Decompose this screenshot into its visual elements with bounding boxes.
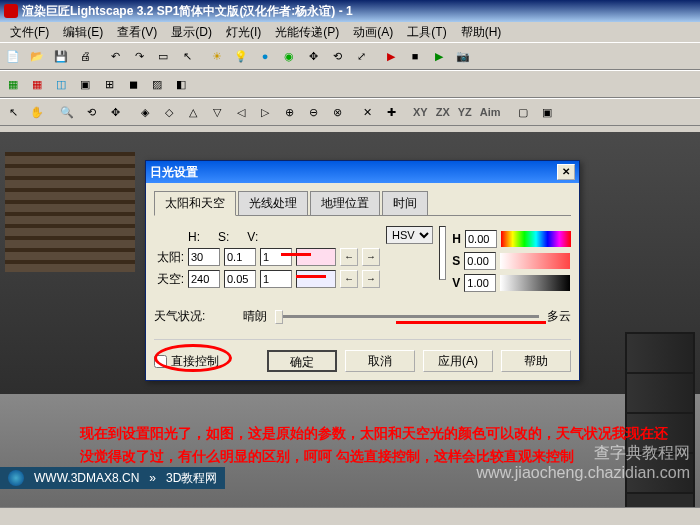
sun-left-button[interactable]: ←	[340, 248, 358, 266]
block-icon[interactable]: ▣	[74, 73, 96, 95]
texture-icon[interactable]: ▨	[146, 73, 168, 95]
dialog-titlebar[interactable]: 日光设置 ✕	[146, 161, 579, 183]
print-icon[interactable]: 🖨	[74, 45, 96, 67]
menu-radiosity[interactable]: 光能传递(P)	[269, 22, 345, 43]
dialog-title: 日光设置	[150, 164, 557, 181]
redo-icon[interactable]: ↷	[128, 45, 150, 67]
sun-v-input[interactable]	[260, 248, 292, 266]
ok-button[interactable]: 确定	[267, 350, 337, 372]
menu-file[interactable]: 文件(F)	[4, 22, 55, 43]
camera-icon[interactable]: 📷	[452, 45, 474, 67]
direct-control-input[interactable]	[154, 355, 167, 368]
sky-color-swatch[interactable]	[296, 270, 336, 288]
tool-a-icon[interactable]: ◈	[134, 101, 156, 123]
sky-right-button[interactable]: →	[362, 270, 380, 288]
pan-icon[interactable]: ✥	[104, 101, 126, 123]
plus-icon[interactable]: ✚	[380, 101, 402, 123]
sky-v-input[interactable]	[260, 270, 292, 288]
tool-i-icon[interactable]: ⊗	[326, 101, 348, 123]
light-icon[interactable]: ☀	[206, 45, 228, 67]
axis-yz[interactable]: YZ	[455, 101, 475, 123]
sun-s-input[interactable]	[224, 248, 256, 266]
wire-icon[interactable]: ⊞	[98, 73, 120, 95]
axis-xy[interactable]: XY	[410, 101, 431, 123]
label-v: V:	[247, 230, 258, 244]
bulb-icon[interactable]: 💡	[230, 45, 252, 67]
tool-h-icon[interactable]: ⊖	[302, 101, 324, 123]
material-icon[interactable]: ●	[254, 45, 276, 67]
new-icon[interactable]: 📄	[2, 45, 24, 67]
help-button[interactable]: 帮助	[501, 350, 571, 372]
zoom-icon[interactable]: 🔍	[56, 101, 78, 123]
save-icon[interactable]: 💾	[50, 45, 72, 67]
sun-h-input[interactable]	[188, 248, 220, 266]
sky-h-input[interactable]	[188, 270, 220, 288]
weather-clear: 晴朗	[243, 308, 267, 325]
rotate-icon[interactable]: ⟲	[326, 45, 348, 67]
tool-b-icon[interactable]: ◇	[158, 101, 180, 123]
sky-left-button[interactable]: ←	[340, 270, 358, 288]
axis-zx[interactable]: ZX	[433, 101, 453, 123]
solid-icon[interactable]: ◼	[122, 73, 144, 95]
render-icon[interactable]: ▶	[380, 45, 402, 67]
direct-control-checkbox[interactable]: 直接控制	[154, 353, 219, 370]
play-icon[interactable]: ▶	[428, 45, 450, 67]
arrow-icon[interactable]: ↖	[2, 101, 24, 123]
select-icon[interactable]: ▭	[152, 45, 174, 67]
weather-label: 天气状况:	[154, 308, 205, 325]
menu-tools[interactable]: 工具(T)	[401, 22, 452, 43]
tool-e-icon[interactable]: ◁	[230, 101, 252, 123]
menu-view[interactable]: 查看(V)	[111, 22, 163, 43]
layer-icon[interactable]: ▦	[2, 73, 24, 95]
shade-icon[interactable]: ◧	[170, 73, 192, 95]
grid-icon[interactable]: ▦	[26, 73, 48, 95]
open-icon[interactable]: 📂	[26, 45, 48, 67]
preview-swatch[interactable]	[439, 226, 446, 280]
hand-icon[interactable]: ✋	[26, 101, 48, 123]
sky-s-input[interactable]	[224, 270, 256, 288]
tool-c-icon[interactable]: △	[182, 101, 204, 123]
toolbar-3: ↖ ✋ 🔍 ⟲ ✥ ◈ ◇ △ ▽ ◁ ▷ ⊕ ⊖ ⊗ ✕ ✚ XY ZX YZ…	[0, 98, 700, 126]
tool-d-icon[interactable]: ▽	[206, 101, 228, 123]
undo-icon[interactable]: ↶	[104, 45, 126, 67]
tab-time[interactable]: 时间	[382, 191, 428, 215]
orbit-icon[interactable]: ⟲	[80, 101, 102, 123]
cross-icon[interactable]: ✕	[356, 101, 378, 123]
tool-g-icon[interactable]: ⊕	[278, 101, 300, 123]
cancel-button[interactable]: 取消	[345, 350, 415, 372]
big-s-input[interactable]	[464, 252, 496, 270]
tab-location[interactable]: 地理位置	[310, 191, 380, 215]
menu-help[interactable]: 帮助(H)	[455, 22, 508, 43]
sphere-icon[interactable]: ◉	[278, 45, 300, 67]
menu-edit[interactable]: 编辑(E)	[57, 22, 109, 43]
stop-icon[interactable]: ■	[404, 45, 426, 67]
axis-aim[interactable]: Aim	[477, 101, 504, 123]
slider-thumb[interactable]	[275, 310, 283, 324]
menu-animation[interactable]: 动画(A)	[347, 22, 399, 43]
big-v-input[interactable]	[464, 274, 496, 292]
close-icon[interactable]: ✕	[557, 164, 575, 180]
footer-url: WWW.3DMAX8.CN	[34, 471, 139, 485]
big-h-input[interactable]	[465, 230, 497, 248]
view-b-icon[interactable]: ▣	[536, 101, 558, 123]
menu-display[interactable]: 显示(D)	[165, 22, 218, 43]
sun-right-button[interactable]: →	[362, 248, 380, 266]
menu-bar: 文件(F) 编辑(E) 查看(V) 显示(D) 灯光(I) 光能传递(P) 动画…	[0, 22, 700, 42]
mesh-icon[interactable]: ◫	[50, 73, 72, 95]
hue-slider[interactable]	[501, 231, 571, 247]
tab-raytracing[interactable]: 光线处理	[238, 191, 308, 215]
tool-f-icon[interactable]: ▷	[254, 101, 276, 123]
tab-sun-sky[interactable]: 太阳和天空	[154, 191, 236, 216]
val-slider[interactable]	[500, 275, 570, 291]
scale-icon[interactable]: ⤢	[350, 45, 372, 67]
view-a-icon[interactable]: ▢	[512, 101, 534, 123]
apply-button[interactable]: 应用(A)	[423, 350, 493, 372]
menu-light[interactable]: 灯光(I)	[220, 22, 267, 43]
weather-slider[interactable]	[275, 315, 539, 318]
sat-slider[interactable]	[500, 253, 570, 269]
color-mode-select[interactable]: HSV	[386, 226, 433, 244]
pointer-icon[interactable]: ↖	[176, 45, 198, 67]
sun-color-swatch[interactable]	[296, 248, 336, 266]
toolbar-1: 📄 📂 💾 🖨 ↶ ↷ ▭ ↖ ☀ 💡 ● ◉ ✥ ⟲ ⤢ ▶ ■ ▶ 📷	[0, 42, 700, 70]
move-icon[interactable]: ✥	[302, 45, 324, 67]
